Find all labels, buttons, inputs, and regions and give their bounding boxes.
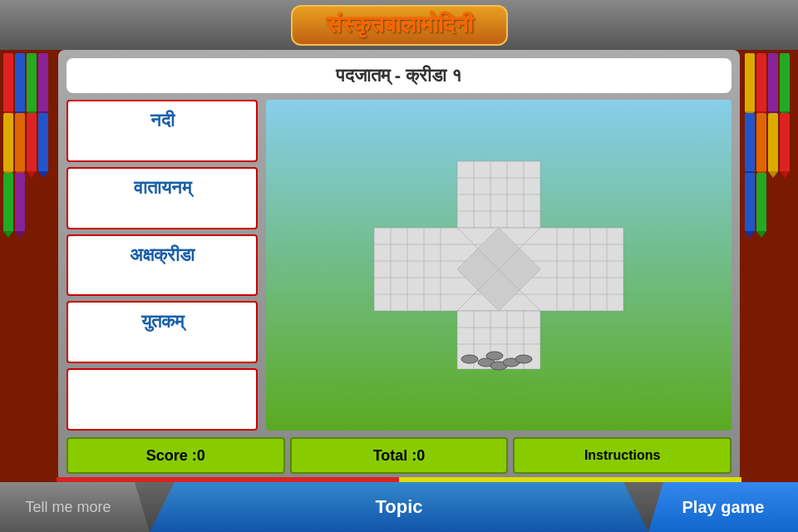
pencil-decoration <box>15 173 25 231</box>
score-display: Score :0 <box>66 437 285 474</box>
svg-point-42 <box>486 352 503 360</box>
tell-more-button[interactable]: Tell me more <box>0 482 150 532</box>
word-list: नदी वातायनम् अक्षक्रीडा युतकम् <box>66 100 258 431</box>
pencil-decoration <box>780 113 790 171</box>
ludo-board-svg <box>366 153 632 377</box>
pencil-decoration <box>3 113 13 171</box>
pencil-decoration <box>745 113 755 171</box>
pencil-decoration <box>745 53 755 111</box>
word-item-3[interactable]: अक्षक्रीडा <box>66 234 258 297</box>
middle-section: नदी वातायनम् अक्षक्रीडा युतकम् <box>66 100 732 431</box>
play-game-button[interactable]: Play game <box>648 482 798 532</box>
score-bar: Score :0 Total :0 Instructions <box>66 437 732 474</box>
pencils-left <box>0 50 57 482</box>
subtitle-text: पदजातम् - क्रीडा १ <box>336 65 463 86</box>
bottom-bar: Tell me more Topic Play game <box>0 482 798 532</box>
pencil-decoration <box>780 53 790 111</box>
main-content: पदजातम् - क्रीडा १ नदी वातायनम् अक्षक्री… <box>58 50 740 482</box>
instructions-button[interactable]: Instructions <box>513 437 732 474</box>
pencil-decoration <box>3 173 13 231</box>
word-item-2[interactable]: वातायनम् <box>66 167 258 229</box>
header-bar: संस्कृतबालामोदिनी <box>0 0 798 50</box>
app-title: संस्कृतबालामोदिनी <box>326 12 473 37</box>
pencil-decoration <box>756 53 766 111</box>
pencil-decoration <box>15 53 25 111</box>
pencil-decoration <box>27 53 37 111</box>
word-item-4[interactable]: युतकम् <box>66 301 258 363</box>
pencil-decoration <box>745 173 755 231</box>
pencil-decoration <box>756 173 766 231</box>
svg-point-41 <box>515 355 532 363</box>
subtitle-bar: पदजातम् - क्रीडा १ <box>66 58 732 93</box>
pencil-decoration <box>38 53 48 111</box>
pencil-decoration <box>38 113 48 171</box>
pencil-decoration <box>756 113 766 171</box>
pencil-decoration <box>27 113 37 171</box>
game-board <box>266 100 732 431</box>
word-item-5[interactable] <box>66 368 258 431</box>
pencil-decoration <box>15 113 25 171</box>
pencil-decoration <box>3 53 13 111</box>
word-item-1[interactable]: नदी <box>66 100 258 162</box>
title-banner: संस्कृतबालामोदिनी <box>291 5 508 46</box>
pencil-decoration <box>768 113 778 171</box>
pencil-decoration <box>768 53 778 111</box>
total-display: Total :0 <box>290 437 509 474</box>
app-container: संस्कृतबालामोदिनी पदजातम् - क्रीडा १ <box>0 0 798 532</box>
pencils-right <box>741 50 798 482</box>
topic-button[interactable]: Topic <box>150 482 648 532</box>
svg-point-37 <box>461 355 478 363</box>
